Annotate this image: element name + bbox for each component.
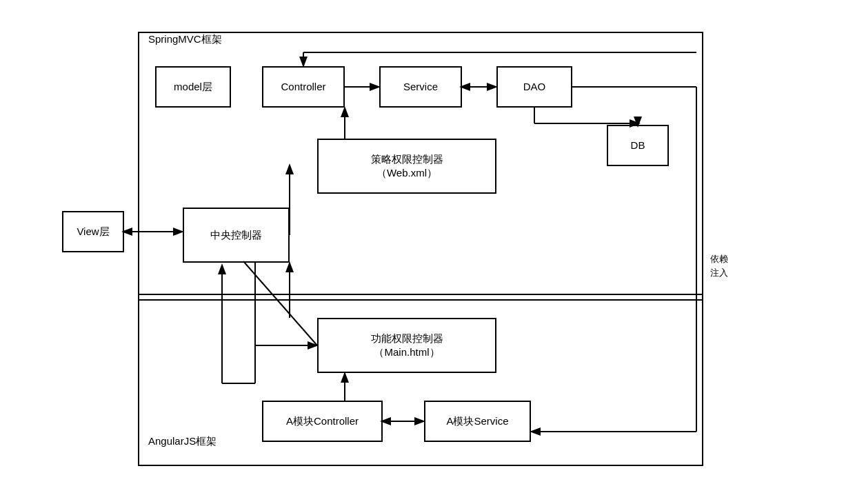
- view-box: View层: [62, 211, 124, 252]
- policy-controller-box: 策略权限控制器 （Web.xml）: [317, 139, 496, 194]
- service-box: Service: [379, 66, 462, 108]
- dependency-injection-label: 依赖 注入: [710, 252, 728, 281]
- func-controller-box: 功能权限控制器 （Main.html）: [317, 318, 496, 373]
- controller-box: Controller: [262, 66, 345, 108]
- central-controller-box: 中央控制器: [183, 208, 290, 263]
- model-box: model层: [155, 66, 231, 108]
- springmvc-label: SpringMVC框架: [148, 33, 222, 46]
- angularjs-label: AngularJS框架: [148, 435, 217, 448]
- module-a-controller-box: A模块Controller: [262, 401, 383, 442]
- dao-box: DAO: [496, 66, 572, 108]
- diagram: SpringMVC框架 AngularJS框架 View层 model层 Con…: [48, 18, 807, 487]
- db-box: DB: [607, 125, 669, 166]
- module-a-service-box: A模块Service: [424, 401, 531, 442]
